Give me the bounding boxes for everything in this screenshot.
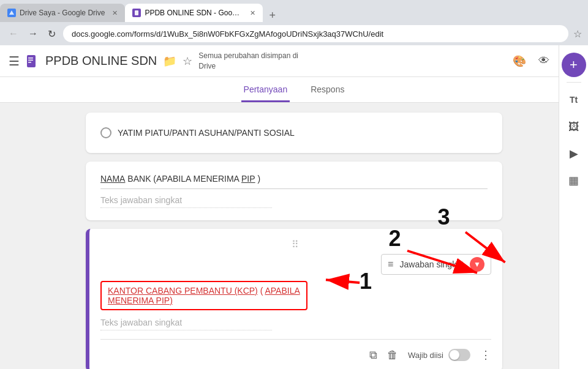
tab-bar: Drive Saya - Google Drive ✕ PPDB ONLINE …: [0, 0, 588, 22]
forward-button[interactable]: →: [26, 27, 40, 40]
delete-icon[interactable]: 🗑: [387, 349, 398, 362]
question-label-nama-bank: NAMA BANK (APABILA MENERIMA PIP ): [100, 174, 488, 189]
tab-drive-label: Drive Saya - Google Drive: [20, 9, 105, 17]
svg-rect-3: [28, 58, 33, 59]
more-options-icon[interactable]: ⋮: [480, 348, 491, 362]
toggle-knob: [450, 350, 459, 360]
type-label: Jawaban singkat: [400, 259, 464, 269]
wajib-diisi-label: Wajib diisi: [408, 351, 443, 360]
add-tab-button[interactable]: +: [265, 9, 279, 22]
label-pip: PIP: [241, 174, 255, 184]
tab-drive[interactable]: Drive Saya - Google Drive ✕: [0, 4, 125, 22]
tab-questions[interactable]: Pertanyaan: [241, 77, 290, 102]
label-close: ): [258, 174, 261, 184]
copy-icon[interactable]: ⧉: [369, 349, 377, 362]
menu-icon[interactable]: ☰: [9, 54, 20, 69]
forms-favicon: [132, 9, 141, 17]
star-icon[interactable]: ☆: [183, 54, 192, 68]
label-bank: BANK: [127, 174, 153, 184]
short-answer-placeholder-kcp: Teks jawaban singkat: [100, 318, 272, 330]
right-sidebar: + Tt 🖼 ▶ ▦: [559, 45, 588, 369]
preview-button[interactable]: 👁: [533, 50, 555, 72]
reload-button[interactable]: ↻: [45, 27, 58, 41]
sidebar-divider-1: [567, 82, 581, 83]
bookmark-icon[interactable]: ☆: [573, 28, 582, 40]
palette-button[interactable]: 🎨: [508, 50, 530, 72]
type-selector[interactable]: ≡ Jawaban singkat ▼: [381, 254, 491, 275]
form-area: YATIM PIATU/PANTI ASUHAN/PANTI SOSIAL NA…: [0, 103, 588, 369]
wajib-diisi-toggle: Wajib diisi: [408, 349, 470, 361]
type-dropdown-icon[interactable]: ▼: [470, 257, 484, 272]
toggle-switch[interactable]: [448, 349, 470, 361]
radio-circle[interactable]: [100, 127, 111, 138]
tab-forms[interactable]: PPDB ONLINE SDN - Google For... ✕: [125, 4, 263, 22]
address-bar-icons: ☆: [573, 28, 582, 40]
kcp-label: KANTOR CABANG PEMBANTU (KCP): [108, 286, 258, 296]
svg-rect-1: [135, 10, 138, 15]
back-button[interactable]: ←: [6, 27, 21, 40]
svg-rect-4: [28, 59, 33, 61]
add-title-button[interactable]: Tt: [562, 88, 586, 112]
app-title: PPDB ONLINE SDN: [45, 54, 157, 68]
add-section-button[interactable]: ▦: [562, 168, 586, 193]
svg-marker-0: [9, 10, 14, 15]
label-apabila-prefix: (APABILA MENERIMA: [153, 174, 241, 184]
card-radio-option: YATIM PIATU/PANTI ASUHAN/PANTI SOSIAL: [86, 113, 502, 153]
address-bar: ← → ↻ ☆: [0, 22, 588, 45]
autosave-text: Semua perubahan disimpan diDrive: [198, 51, 298, 72]
add-question-button[interactable]: +: [562, 53, 586, 77]
card-kantor-cabang: ⠿ ≡ Jawaban singkat ▼ KANTOR CABANG PEMB…: [86, 229, 502, 369]
app-header: ☰ PPDB ONLINE SDN 📁 ☆ Semua perubahan di…: [0, 45, 588, 77]
menerima-pip-label: MENERIMA PIP): [108, 296, 173, 305]
drag-handle[interactable]: ⠿: [100, 239, 491, 250]
svg-rect-2: [27, 55, 36, 67]
card-footer: ⧉ 🗑 Wajib diisi ⋮: [100, 339, 491, 362]
card-nama-bank: NAMA BANK (APABILA MENERIMA PIP ) Teks j…: [86, 162, 502, 220]
apabila-label: (: [260, 286, 263, 296]
question-line2: MENERIMA PIP): [108, 296, 300, 305]
tab-forms-close[interactable]: ✕: [250, 9, 255, 17]
add-image-button[interactable]: 🖼: [562, 114, 586, 139]
forms-app-icon: [26, 54, 39, 68]
question-text-area: KANTOR CABANG PEMBANTU (KCP) ( APABILA M…: [100, 281, 491, 310]
radio-label-yatim: YATIM PIATU/PANTI ASUHAN/PANTI SOSIAL: [118, 128, 295, 138]
tab-forms-label: PPDB ONLINE SDN - Google For...: [145, 9, 243, 17]
form-tabs: Pertanyaan Respons: [0, 77, 588, 103]
add-video-button[interactable]: ▶: [562, 141, 586, 166]
url-bar[interactable]: [63, 25, 568, 42]
question-line1: KANTOR CABANG PEMBANTU (KCP) ( APABILA: [108, 286, 300, 296]
radio-item-yatim: YATIM PIATU/PANTI ASUHAN/PANTI SOSIAL: [100, 125, 488, 141]
drive-favicon: [7, 9, 16, 17]
folder-icon[interactable]: 📁: [163, 54, 176, 68]
apabila-underline: APABILA: [265, 286, 300, 296]
label-nama: NAMA: [100, 174, 125, 184]
tab-drive-close[interactable]: ✕: [112, 9, 118, 17]
tab-responses[interactable]: Respons: [308, 77, 347, 102]
type-selector-row: ≡ Jawaban singkat ▼: [100, 254, 491, 275]
question-red-box: KANTOR CABANG PEMBANTU (KCP) ( APABILA M…: [100, 281, 307, 310]
short-answer-placeholder-bank: Teks jawaban singkat: [100, 195, 272, 208]
svg-rect-5: [28, 62, 31, 63]
